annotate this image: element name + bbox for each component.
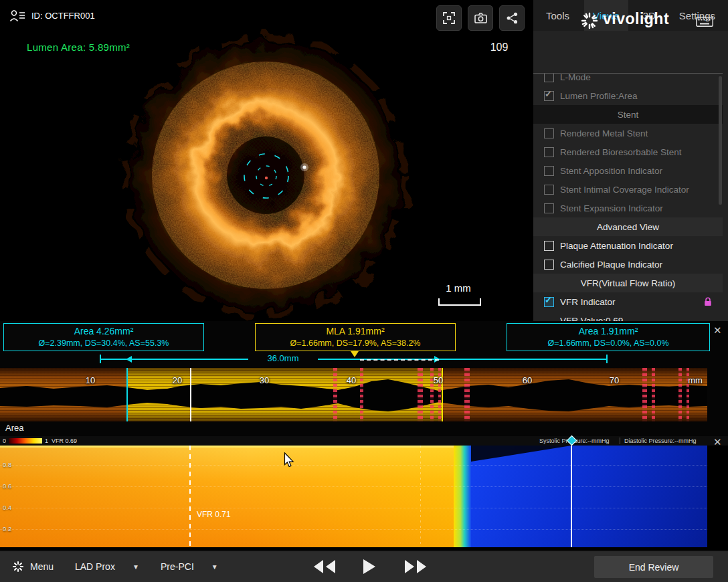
vivolight-brand: vivolight — [603, 10, 669, 28]
app-root: ID: OCTFFR001 Lumen Area: 5.89mm² 109 — [0, 0, 728, 582]
span-arrow-left — [126, 356, 132, 363]
checkbox-checked[interactable]: ✓ — [544, 91, 554, 101]
span-left-tick — [100, 355, 101, 363]
checkbox[interactable] — [544, 128, 554, 138]
section-header-stent: Stent — [533, 105, 723, 124]
share-icon — [507, 12, 518, 24]
measurement-box-proximal[interactable]: Area 4.26mm² Ø=2.39mm, DS=30.4%, AS=55.3… — [3, 323, 204, 351]
camera-icon — [474, 13, 487, 23]
checkbox-checked[interactable]: ✓ — [544, 297, 554, 307]
option-rendered-bioresorbable-stent[interactable]: Rendered Bioresorbable Stent — [533, 142, 723, 161]
span-measure-line — [100, 359, 608, 360]
area-axis-label: Area — [5, 423, 23, 433]
measurement-box-mla[interactable]: MLA 1.91mm² Ø=1.66mm, DS=17.9%, AS=38.2% — [255, 323, 456, 351]
phase-select[interactable]: Pre-PCI ▼ — [161, 551, 218, 582]
checkbox[interactable] — [544, 166, 554, 176]
vfr-panel: 0 1 VFR 0.69 Systolic Pressure:--mmHg Di… — [0, 436, 728, 550]
option-lumen-profile-area[interactable]: ✓ Lumen Profile:Area — [533, 86, 723, 105]
option-vfr-indicator[interactable]: ✓ VFR Indicator — [533, 292, 723, 311]
frame-number: 109 — [484, 41, 514, 54]
bottom-toolbar: Menu LAD Prox ▼ Pre-PCI ▼ End — [0, 550, 728, 582]
keyboard-icon[interactable] — [696, 17, 713, 27]
patient-id-row: ID: OCTFFR001 — [9, 9, 95, 22]
stent-marker — [652, 368, 655, 421]
gridline — [0, 486, 707, 487]
menu-icon — [12, 561, 24, 573]
vfr-current-value: VFR 0.69 — [52, 438, 77, 444]
rewind-icon — [310, 558, 339, 575]
vfr-color-scale — [9, 438, 42, 444]
ruler-tick: 30 — [256, 375, 273, 385]
ruler-tick: 40 — [343, 375, 360, 385]
pressure-marker-line[interactable] — [571, 446, 572, 547]
option-calcified-plaque-indicator[interactable]: Calcified Plaque Indicator — [533, 255, 723, 274]
checkbox[interactable] — [544, 147, 554, 157]
ruler-tick: 70 — [606, 375, 623, 385]
lock-icon — [704, 297, 712, 306]
segment-start-line[interactable] — [126, 368, 128, 421]
ruler-tick: 20 — [169, 375, 186, 385]
vessel-select[interactable]: LAD Prox ▼ — [75, 551, 139, 582]
option-stent-intimal-coverage-indicator[interactable]: Stent Intimal Coverage Indicator — [533, 180, 723, 199]
lumen-profile-panel: Area 4.26mm² Ø=2.39mm, DS=30.4%, AS=55.3… — [0, 321, 728, 436]
play-button[interactable] — [355, 551, 383, 582]
mouse-cursor — [284, 452, 296, 468]
menu-button[interactable]: Menu — [5, 551, 60, 582]
share-button[interactable] — [499, 5, 525, 31]
scale-marker-label: 1 mm — [436, 282, 480, 294]
mla-dashed-segment — [360, 359, 439, 361]
ruler-unit: mm — [687, 375, 704, 385]
gridline — [0, 465, 707, 466]
vfr-high-region — [0, 446, 454, 547]
scale-max: 1 — [45, 438, 48, 444]
section-header-advanced-view: Advanced View — [533, 217, 723, 236]
gridline — [0, 508, 707, 508]
fullscreen-icon — [443, 12, 455, 24]
option-plaque-attenuation-indicator[interactable]: Plaque Attenuation Indicator — [533, 236, 723, 255]
scale-marker-bracket — [438, 298, 481, 306]
vfr-ytick: 0.4 — [3, 504, 11, 511]
fast-forward-button[interactable] — [397, 551, 434, 582]
stent-marker — [360, 368, 363, 421]
checkbox[interactable] — [544, 241, 554, 251]
patient-id: ID: OCTFFR001 — [31, 11, 95, 21]
vfr-value-readout: VFR Value:0.69 — [533, 311, 723, 321]
mla-position-marker[interactable] — [351, 351, 359, 357]
fast-forward-icon — [401, 558, 430, 575]
tab-tools[interactable]: Tools — [537, 0, 578, 31]
ruler-tick: 60 — [519, 375, 536, 385]
oct-cross-section-view[interactable]: ID: OCTFFR001 Lumen Area: 5.89mm² 109 — [0, 0, 533, 321]
vivolight-starburst-icon — [580, 11, 599, 30]
checkbox[interactable] — [544, 73, 554, 82]
current-frame-line[interactable] — [190, 368, 191, 421]
option-stent-apposition-indicator[interactable]: Stent Apposition Indicator — [533, 161, 723, 180]
end-review-button[interactable]: End Review — [594, 556, 713, 578]
vfr-low-region — [471, 446, 707, 547]
sidebar-scrollbar[interactable] — [719, 76, 722, 205]
checkbox[interactable] — [544, 185, 554, 195]
option-l-mode[interactable]: L-Mode — [533, 73, 723, 86]
option-stent-expansion-indicator[interactable]: Stent Expansion Indicator — [533, 199, 723, 217]
ruler-tick: 50 — [430, 375, 447, 385]
measurement-box-distal[interactable]: Area 1.91mm² Ø=1.66mm, DS=0.0%, AS=0.0% — [507, 323, 710, 351]
span-length-label: 36.0mm — [248, 353, 318, 363]
chevron-down-icon: ▼ — [132, 563, 139, 571]
vfr-position-line[interactable] — [189, 446, 191, 547]
span-right-tick — [606, 355, 608, 363]
gridline — [0, 529, 707, 530]
option-rendered-metal-stent[interactable]: Rendered Metal Stent — [533, 124, 723, 142]
checkbox[interactable] — [544, 260, 554, 270]
vessel-longitudinal-view[interactable]: 10 20 30 40 50 60 70 mm — [0, 368, 707, 421]
vfr-ytick: 0.6 — [3, 482, 11, 490]
vfr-header-strip: 0 1 VFR 0.69 Systolic Pressure:--mmHg Di… — [0, 436, 728, 446]
vfr-colormap[interactable]: 0.8 0.6 0.4 0.2 VFR 0.71 — [0, 446, 707, 547]
vfr-close-button[interactable]: ✕ — [713, 437, 722, 447]
profile-close-button[interactable]: ✕ — [713, 325, 722, 335]
snapshot-button[interactable] — [468, 5, 493, 31]
reference-dotted-line — [420, 446, 421, 547]
checkbox[interactable] — [544, 203, 554, 213]
rewind-button[interactable] — [306, 551, 343, 582]
ruler-tick: 10 — [82, 375, 99, 385]
fullscreen-button[interactable] — [436, 5, 462, 31]
vfr-ytick: 0.8 — [3, 461, 11, 468]
